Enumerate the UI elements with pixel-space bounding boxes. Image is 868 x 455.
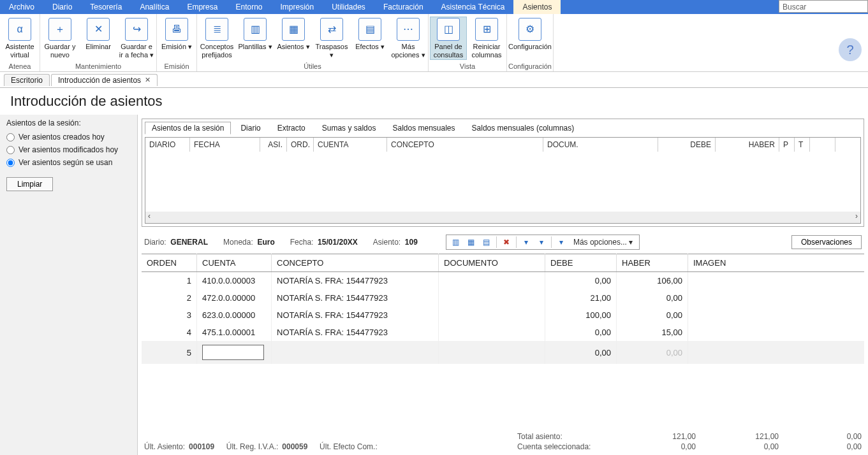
gridcol-p[interactable]: P	[779, 138, 795, 152]
col-imagen[interactable]: IMAGEN	[688, 254, 865, 272]
opt-creados-radio[interactable]	[6, 133, 15, 141]
minitab-1[interactable]: Diario	[233, 122, 267, 134]
tab-introduccion-asientos[interactable]: Introducción de asientos✕	[51, 74, 158, 86]
gridcol-fecha[interactable]: FECHA	[190, 138, 260, 152]
minitab-5[interactable]: Saldos mensuales (columnas)	[465, 122, 582, 134]
menu-impresin[interactable]: Impresión	[271, 0, 323, 14]
menu-entorno[interactable]: Entorno	[226, 0, 271, 14]
search-input[interactable]: Buscar	[779, 0, 868, 13]
menu-tesorera[interactable]: Tesorería	[81, 0, 131, 14]
cell[interactable]: 15,00	[617, 324, 688, 341]
cell[interactable]	[688, 307, 865, 324]
menu-facturacin[interactable]: Facturación	[374, 0, 432, 14]
tool-icon-2[interactable]: ▦	[466, 236, 477, 248]
cell[interactable]: NOTARÍA S. FRA: 154477923	[272, 289, 439, 307]
opt-creados[interactable]: Ver asientos creados hoy	[6, 133, 131, 141]
gridcol-concepto[interactable]: CONCEPTO	[387, 138, 543, 152]
menu-archivo[interactable]: Archivo	[0, 0, 43, 14]
reiniciar-columnas-button[interactable]: ⊞Reiniciar columnas	[468, 17, 505, 60]
minitab-3[interactable]: Sumas y saldos	[315, 122, 383, 134]
cell[interactable]	[439, 272, 545, 290]
configuracion-button[interactable]: ⚙Configuración	[511, 17, 548, 52]
col-cuenta[interactable]: CUENTA	[197, 254, 272, 272]
plantillas-button[interactable]: ▥Plantillas ▾	[237, 17, 274, 52]
gridcol-debe[interactable]: DEBE	[658, 138, 716, 152]
table-row[interactable]: 4475.1.0.00001NOTARÍA S. FRA: 1544779230…	[142, 324, 864, 341]
tool-icon-1[interactable]: ▥	[450, 236, 462, 248]
clear-button[interactable]: Limpiar	[6, 177, 53, 191]
cell[interactable]	[439, 289, 545, 307]
gridcol-asi[interactable]: ASI.	[260, 138, 287, 152]
more-options-dropdown[interactable]: Más opciones... ▾	[571, 238, 635, 247]
cell[interactable]: 1	[142, 272, 197, 290]
col-concepto[interactable]: CONCEPTO	[272, 254, 439, 272]
col-debe[interactable]: DEBE	[545, 254, 617, 272]
guardar-ir-fecha-button[interactable]: ↪Guardar e ir a fecha ▾	[118, 17, 155, 60]
table-row[interactable]: 2472.0.0.00000NOTARÍA S. FRA: 1544779232…	[142, 289, 864, 307]
menu-asistenciatcnica[interactable]: Asistencia Técnica	[432, 0, 514, 14]
traspasos-button[interactable]: ⇄Traspasos ▾	[313, 17, 350, 60]
cell[interactable]: 0,00	[617, 307, 688, 324]
table-row[interactable]: 1410.0.0.00003NOTARÍA S. FRA: 1544779230…	[142, 272, 864, 290]
table-row[interactable]: 3623.0.0.00000NOTARÍA S. FRA: 1544779231…	[142, 307, 864, 324]
opt-modificados[interactable]: Ver asientos modificados hoy	[6, 145, 131, 154]
cell[interactable]	[688, 289, 865, 307]
cell[interactable]: 106,00	[617, 272, 688, 290]
guardar-nuevo-button[interactable]: ＋Guardar y nuevo	[41, 17, 78, 60]
cell[interactable]	[197, 341, 272, 364]
col-orden[interactable]: ORDEN	[142, 254, 197, 272]
cell[interactable]	[688, 324, 865, 341]
cell[interactable]: 472.0.0.00000	[197, 289, 272, 307]
tool-icon-6[interactable]: ▾	[536, 236, 547, 248]
tool-icon-7[interactable]: ▾	[555, 236, 567, 248]
cell[interactable]	[688, 341, 865, 364]
asistente-virtual-button[interactable]: αAsistente virtual	[1, 17, 38, 60]
cell[interactable]: 0,00	[617, 289, 688, 307]
cell[interactable]: NOTARÍA S. FRA: 154477923	[272, 272, 439, 290]
tab-escritorio[interactable]: Escritorio	[4, 74, 50, 86]
cell[interactable]: 0,00	[545, 272, 617, 290]
cell[interactable]: NOTARÍA S. FRA: 154477923	[272, 307, 439, 324]
mas-opciones-button[interactable]: ⋯Más opciones ▾	[390, 17, 427, 60]
cell[interactable]: 0,00	[545, 341, 617, 364]
cell[interactable]	[439, 341, 545, 364]
emision-button[interactable]: 🖶Emisión ▾	[158, 17, 195, 52]
cell[interactable]	[272, 341, 439, 364]
opt-modificados-radio[interactable]	[6, 146, 15, 154]
cell[interactable]: 2	[142, 289, 197, 307]
opt-usan[interactable]: Ver asientos según se usan	[6, 158, 131, 167]
asientos-button[interactable]: ▦Asientos ▾	[275, 17, 312, 52]
menu-diario[interactable]: Diario	[43, 0, 81, 14]
gridcol-blank[interactable]	[810, 138, 835, 152]
cell[interactable]: 100,00	[545, 307, 617, 324]
gridcol-haber[interactable]: HABER	[716, 138, 779, 152]
gridcol-t[interactable]: T	[795, 138, 810, 152]
cell[interactable]: 5	[142, 341, 197, 364]
horizontal-scrollbar[interactable]	[145, 212, 860, 223]
cell[interactable]: NOTARÍA S. FRA: 154477923	[272, 324, 439, 341]
help-icon[interactable]: ?	[839, 38, 862, 61]
gridcol-diario[interactable]: DIARIO	[145, 138, 190, 152]
cell[interactable]	[688, 272, 865, 290]
eliminar-button[interactable]: ✕Eliminar	[80, 17, 117, 52]
cell[interactable]	[439, 324, 545, 341]
cell[interactable]: 0,00	[545, 324, 617, 341]
tool-icon-3[interactable]: ▤	[481, 236, 492, 248]
menu-asientos[interactable]: Asientos	[513, 0, 561, 14]
menu-utilidades[interactable]: Utilidades	[323, 0, 374, 14]
col-documento[interactable]: DOCUMENTO	[439, 254, 545, 272]
col-haber[interactable]: HABER	[617, 254, 688, 272]
cuenta-input[interactable]	[202, 345, 264, 360]
cell[interactable]: 623.0.0.00000	[197, 307, 272, 324]
cell[interactable]: 475.1.0.00001	[197, 324, 272, 341]
cell[interactable]: 410.0.0.00003	[197, 272, 272, 290]
cell[interactable]	[439, 307, 545, 324]
gridcol-docum[interactable]: DOCUM.	[543, 138, 658, 152]
minitab-2[interactable]: Extracto	[270, 122, 313, 134]
conceptos-prefijados-button[interactable]: ≣Conceptos prefijados	[198, 17, 235, 60]
gridcol-ord[interactable]: ORD.	[287, 138, 314, 152]
gridcol-cuenta[interactable]: CUENTA	[314, 138, 387, 152]
minitab-4[interactable]: Saldos mensuales	[385, 122, 462, 134]
menu-empresa[interactable]: Empresa	[178, 0, 226, 14]
tool-icon-4[interactable]: ✖	[501, 236, 512, 248]
